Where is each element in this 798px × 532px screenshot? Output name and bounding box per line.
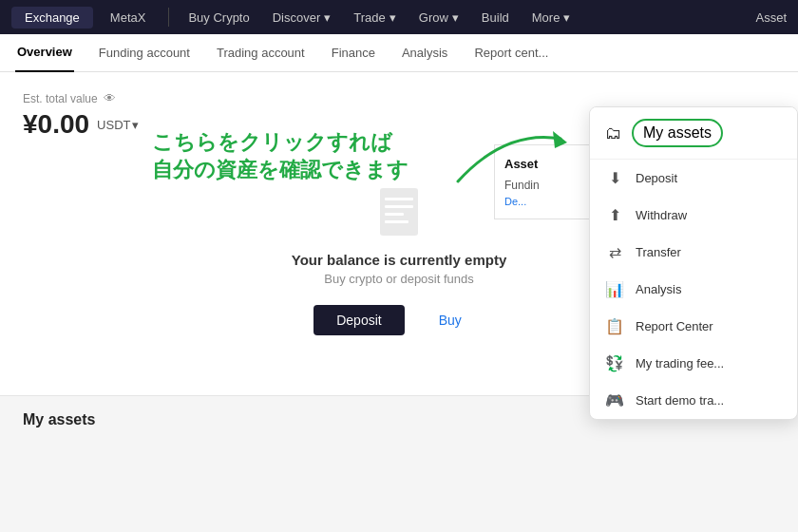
- nav-tab-exchange[interactable]: Exchange: [11, 7, 93, 28]
- partial-panel-title: Asset: [504, 157, 580, 171]
- dropdown-item-trading-fees[interactable]: 💱 My trading fee...: [590, 345, 797, 382]
- visibility-icon[interactable]: 👁: [104, 91, 116, 105]
- chevron-down-icon: ▾: [452, 10, 459, 25]
- dropdown-item-demo[interactable]: 🎮 Start demo tra...: [590, 382, 797, 419]
- dropdown-header[interactable]: 🗂 My assets: [590, 107, 797, 160]
- my-assets-dropdown: 🗂 My assets ⬇ Deposit ⬆ Withdraw ⇄ Trans…: [589, 106, 798, 420]
- top-navigation: Exchange MetaX Buy Crypto Discover ▾ Tra…: [0, 0, 798, 34]
- sub-navigation: Overview Funding account Trading account…: [0, 34, 798, 72]
- est-total-label: Est. total value 👁: [23, 91, 775, 105]
- svg-rect-0: [380, 188, 418, 236]
- nav-link-grow[interactable]: Grow ▾: [409, 7, 468, 28]
- subnav-finance[interactable]: Finance: [330, 34, 377, 72]
- transfer-icon: ⇄: [605, 243, 624, 261]
- buy-button[interactable]: Buy: [416, 305, 484, 335]
- chevron-down-icon: ▾: [390, 10, 396, 25]
- svg-rect-3: [385, 213, 404, 216]
- dropdown-item-deposit[interactable]: ⬇ Deposit: [590, 160, 797, 197]
- subnav-overview[interactable]: Overview: [15, 34, 74, 72]
- demo-icon: 🎮: [605, 391, 624, 409]
- analysis-icon: 📊: [605, 280, 624, 298]
- nav-tab-metax[interactable]: MetaX: [97, 7, 160, 28]
- partial-deposit-link[interactable]: De...: [504, 196, 580, 207]
- svg-rect-1: [385, 198, 413, 200]
- subnav-funding[interactable]: Funding account: [97, 34, 192, 72]
- subnav-trading[interactable]: Trading account: [215, 34, 307, 72]
- subnav-report[interactable]: Report cent...: [472, 34, 550, 72]
- nav-link-discover[interactable]: Discover ▾: [263, 7, 341, 28]
- nav-link-build[interactable]: Build: [472, 7, 519, 28]
- subnav-analysis[interactable]: Analysis: [400, 34, 449, 72]
- main-content: Est. total value 👁 ¥0.00 USDT ▾ Your bal…: [0, 72, 798, 395]
- chevron-down-icon: ▾: [132, 118, 139, 132]
- empty-buttons: Deposit Buy: [314, 305, 484, 335]
- chevron-down-icon: ▾: [563, 10, 570, 25]
- svg-rect-4: [385, 220, 408, 223]
- balance-amount: ¥0.00: [23, 109, 89, 140]
- nav-divider: [168, 8, 169, 27]
- partial-asset-panel: Asset Fundin De...: [494, 144, 589, 219]
- withdraw-icon: ⬆: [605, 206, 624, 224]
- nav-link-more[interactable]: More ▾: [522, 7, 580, 28]
- report-icon: 📋: [605, 317, 624, 335]
- wallet-icon: 🗂: [605, 124, 622, 143]
- empty-subtitle: Buy crypto or deposit funds: [324, 272, 474, 286]
- fees-icon: 💱: [605, 354, 624, 372]
- partial-funding-label: Fundin: [504, 179, 580, 192]
- nav-link-trade[interactable]: Trade ▾: [344, 7, 405, 28]
- dropdown-item-withdraw[interactable]: ⬆ Withdraw: [590, 197, 797, 234]
- svg-rect-2: [385, 205, 413, 208]
- dropdown-item-analysis[interactable]: 📊 Analysis: [590, 271, 797, 308]
- chevron-down-icon: ▾: [324, 10, 331, 25]
- my-assets-header-label: My assets: [632, 119, 723, 147]
- deposit-icon: ⬇: [605, 169, 624, 187]
- currency-selector[interactable]: USDT ▾: [97, 118, 139, 132]
- empty-title: Your balance is currently empty: [292, 252, 506, 268]
- deposit-button[interactable]: Deposit: [314, 305, 404, 335]
- dropdown-item-report[interactable]: 📋 Report Center: [590, 308, 797, 345]
- nav-right-asset: Asset: [755, 10, 787, 25]
- nav-link-buycrypto[interactable]: Buy Crypto: [179, 7, 258, 28]
- empty-state-icon: [370, 183, 428, 240]
- dropdown-item-transfer[interactable]: ⇄ Transfer: [590, 234, 797, 271]
